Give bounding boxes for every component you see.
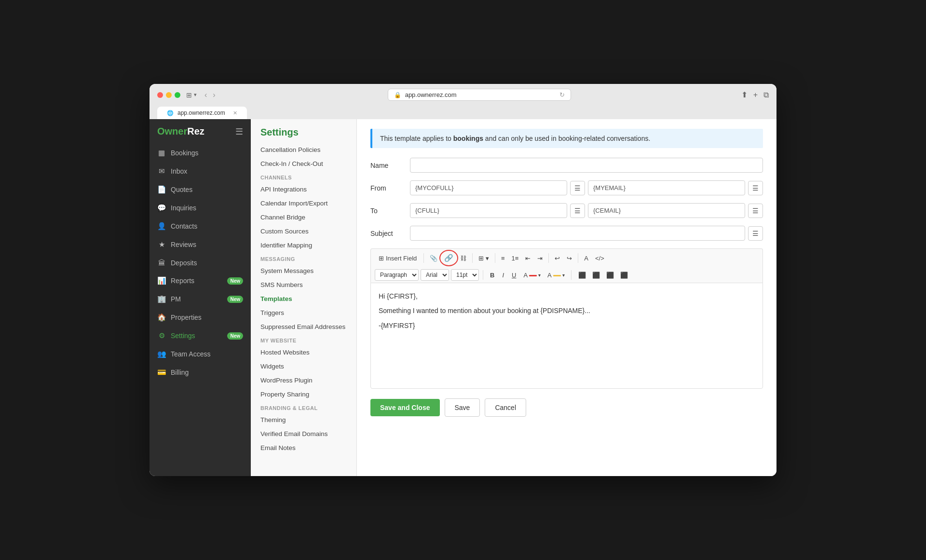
sec-nav-custom-sources[interactable]: Custom Sources	[251, 224, 356, 238]
sidebar-item-inquiries[interactable]: 💬 Inquiries	[150, 199, 251, 217]
sec-nav-checkin[interactable]: Check-In / Check-Out	[251, 157, 356, 171]
ordered-list-button[interactable]: 1≡	[509, 253, 522, 264]
sidebar-item-team-access[interactable]: 👥 Team Access	[150, 345, 251, 363]
align-justify-button[interactable]: ⬛	[617, 270, 631, 281]
sec-nav-email-notes[interactable]: Email Notes	[251, 441, 356, 455]
align-center-button[interactable]: ⬛	[589, 270, 603, 281]
align-right-button[interactable]: ⬛	[603, 270, 617, 281]
table-button[interactable]: ⊞ ▾	[476, 253, 492, 264]
sec-nav-api-integrations[interactable]: API Integrations	[251, 182, 356, 196]
undo-button[interactable]: ↩	[552, 253, 563, 264]
nav-arrows: ‹ ›	[203, 90, 218, 100]
new-tab-icon[interactable]: +	[753, 91, 758, 99]
italic-button[interactable]: I	[499, 270, 507, 281]
sec-nav-templates[interactable]: Templates	[251, 292, 356, 306]
cancel-button[interactable]: Cancel	[485, 398, 526, 417]
share-icon[interactable]: ⬆	[741, 90, 748, 99]
highlight-color-button[interactable]: A ▾	[545, 270, 567, 280]
indent-button[interactable]: ⇥	[534, 253, 545, 264]
sidebar-item-pm[interactable]: 🏢 PM New	[150, 290, 251, 308]
sec-nav-verified-email-domains[interactable]: Verified Email Domains	[251, 427, 356, 441]
info-banner-bold: bookings	[453, 135, 483, 142]
sidebar-label-inquiries: Inquiries	[171, 204, 243, 212]
font-size-button[interactable]: A	[581, 253, 591, 264]
sec-nav-hosted-websites[interactable]: Hosted Websites	[251, 345, 356, 359]
source-button[interactable]: </>	[592, 253, 607, 264]
undo-icon: ↩	[555, 255, 560, 262]
sidebar-label-reports: Reports	[171, 277, 222, 285]
save-button[interactable]: Save	[445, 398, 480, 417]
close-button[interactable]	[157, 92, 163, 98]
font-color-button[interactable]: A ▾	[521, 270, 543, 280]
align-left-button[interactable]: ⬛	[575, 270, 589, 281]
name-input[interactable]	[410, 158, 763, 173]
sec-nav-theming[interactable]: Theming	[251, 413, 356, 427]
link-button[interactable]: 🔗	[441, 252, 456, 264]
editor-body[interactable]: Hi {CFIRST}, Something I wanted to menti…	[370, 283, 763, 389]
font-select[interactable]: Arial	[421, 269, 449, 281]
sec-nav-wordpress-plugin[interactable]: WordPress Plugin	[251, 373, 356, 387]
editor-line3: -{MYFIRST}	[379, 320, 755, 331]
address-bar[interactable]: 🔒 app.ownerrez.com ↻	[388, 89, 571, 101]
bookings-icon: ▦	[157, 149, 166, 157]
minimize-button[interactable]	[166, 92, 172, 98]
tab-close-icon[interactable]: ✕	[233, 110, 237, 116]
sidebar-item-deposits[interactable]: 🏛 Deposits	[150, 254, 251, 272]
sec-nav-triggers[interactable]: Triggers	[251, 306, 356, 320]
redo-button[interactable]: ↪	[564, 253, 575, 264]
redo-icon: ↪	[567, 255, 572, 262]
sec-nav-calendar-import[interactable]: Calendar Import/Export	[251, 196, 356, 210]
sec-nav-property-sharing[interactable]: Property Sharing	[251, 387, 356, 401]
from-email-picker[interactable]: ☰	[748, 181, 763, 195]
sec-nav-widgets[interactable]: Widgets	[251, 359, 356, 373]
editor-line2: Something I wanted to mention about your…	[379, 305, 755, 316]
sidebar-item-quotes[interactable]: 📄 Quotes	[150, 180, 251, 199]
from-email-input[interactable]	[588, 180, 745, 195]
to-value-input[interactable]	[410, 203, 567, 218]
hamburger-icon[interactable]: ☰	[235, 126, 243, 137]
sidebar-item-contacts[interactable]: 👤 Contacts	[150, 217, 251, 235]
unordered-list-button[interactable]: ≡	[498, 253, 508, 264]
insert-field-button[interactable]: ⊞ Insert Field	[375, 253, 421, 264]
sidebar-item-billing[interactable]: 💳 Billing	[150, 363, 251, 382]
sidebar-item-properties[interactable]: 🏠 Properties	[150, 308, 251, 327]
size-select[interactable]: 11pt	[451, 269, 479, 281]
sidebar-item-inbox[interactable]: ✉ Inbox	[150, 162, 251, 180]
windows-icon[interactable]: ⧉	[763, 91, 769, 99]
underline-button[interactable]: U	[509, 270, 519, 281]
subject-picker[interactable]: ☰	[748, 226, 763, 241]
bold-button[interactable]: B	[487, 270, 497, 281]
sidebar-item-settings[interactable]: ⚙ Settings New	[150, 327, 251, 345]
to-value-picker[interactable]: ☰	[570, 204, 585, 218]
sidebar-item-reviews[interactable]: ★ Reviews	[150, 235, 251, 254]
pm-icon: 🏢	[157, 295, 166, 303]
from-value-picker[interactable]: ☰	[570, 181, 585, 195]
sec-nav-identifier-mapping[interactable]: Identifier Mapping	[251, 238, 356, 252]
reload-icon[interactable]: ↻	[559, 91, 565, 98]
to-email-picker[interactable]: ☰	[748, 204, 763, 218]
sidebar-item-reports[interactable]: 📊 Reports New	[150, 272, 251, 290]
unlink-button[interactable]: ⛓	[457, 253, 469, 264]
sidebar-toggle[interactable]: ⊞▾	[186, 91, 197, 99]
forward-button[interactable]: ›	[211, 90, 217, 100]
back-button[interactable]: ‹	[203, 90, 209, 100]
save-and-close-button[interactable]: Save and Close	[370, 399, 440, 416]
sec-nav-system-messages[interactable]: System Messages	[251, 264, 356, 278]
to-email-input[interactable]	[588, 203, 745, 218]
sidebar-item-bookings[interactable]: ▦ Bookings	[150, 144, 251, 162]
sec-nav-channel-bridge[interactable]: Channel Bridge	[251, 210, 356, 224]
main-content: This template applies to bookings and ca…	[357, 119, 776, 476]
subject-input[interactable]	[410, 226, 745, 241]
outdent-button[interactable]: ⇤	[522, 253, 533, 264]
inbox-icon: ✉	[157, 167, 166, 176]
sec-nav-suppressed-emails[interactable]: Suppressed Email Addresses	[251, 320, 356, 334]
browser-tab[interactable]: 🌐 app.ownerrez.com ✕	[157, 107, 247, 119]
sec-nav-sms-numbers[interactable]: SMS Numbers	[251, 278, 356, 292]
reports-icon: 📊	[157, 276, 166, 285]
paragraph-select[interactable]: Paragraph	[375, 269, 419, 281]
sec-nav-cancellation-policies[interactable]: Cancellation Policies	[251, 143, 356, 157]
to-field-group: ☰ ☰	[410, 203, 763, 218]
attach-file-button[interactable]: 📎	[427, 253, 440, 264]
maximize-button[interactable]	[175, 92, 180, 98]
from-value-input[interactable]	[410, 180, 567, 195]
